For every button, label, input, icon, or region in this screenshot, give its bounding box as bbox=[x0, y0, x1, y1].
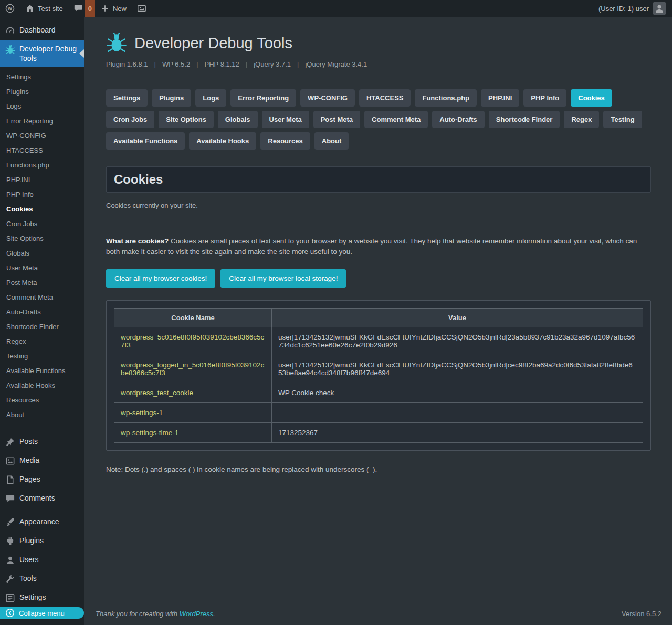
sidebar-item-developer-debug-tools[interactable]: Developer Debug Tools bbox=[0, 40, 84, 67]
sidebar-item-users[interactable]: Users bbox=[0, 550, 84, 569]
site-name-link[interactable]: Test site bbox=[20, 0, 68, 17]
tab-comment-meta[interactable]: Comment Meta bbox=[364, 111, 428, 128]
home-icon bbox=[25, 4, 35, 13]
sidebar-subitem-about[interactable]: About bbox=[0, 408, 84, 422]
sidebar-item-dashboard[interactable]: Dashboard bbox=[0, 21, 84, 40]
sidebar-item-plugins[interactable]: Plugins bbox=[0, 532, 84, 550]
sidebar-subitem-cron-jobs[interactable]: Cron Jobs bbox=[0, 217, 84, 231]
meta-separator: | bbox=[154, 60, 156, 68]
tab-cron-jobs[interactable]: Cron Jobs bbox=[106, 111, 154, 128]
wordpress-link[interactable]: WordPress bbox=[180, 610, 213, 618]
tab-logs[interactable]: Logs bbox=[195, 89, 226, 107]
sidebar-subitem-logs[interactable]: Logs bbox=[0, 99, 84, 114]
sidebar-subitem-htaccess[interactable]: HTACCESS bbox=[0, 143, 84, 158]
sidebar-subitem-regex[interactable]: Regex bbox=[0, 334, 84, 349]
page-header: Developer Debug Tools bbox=[106, 33, 651, 54]
sidebar-item-tools[interactable]: Tools bbox=[0, 569, 84, 588]
sidebar-content-menu: PostsMediaPagesComments bbox=[0, 432, 84, 508]
users-icon bbox=[5, 555, 15, 565]
tab-regex[interactable]: Regex bbox=[564, 111, 599, 128]
cookie-name-cell: wp-settings-1 bbox=[114, 403, 272, 423]
sidebar-subitem-comment-meta[interactable]: Comment Meta bbox=[0, 290, 84, 305]
avatar bbox=[653, 2, 666, 15]
sidebar-subitem-functions-php[interactable]: Functions.php bbox=[0, 158, 84, 173]
sidebar-subitem-wp-config[interactable]: WP-CONFIG bbox=[0, 129, 84, 143]
sidebar-item-label: Comments bbox=[19, 493, 55, 503]
sidebar-subitem-globals[interactable]: Globals bbox=[0, 246, 84, 261]
sidebar-subitem-plugins[interactable]: Plugins bbox=[0, 84, 84, 99]
section-heading-box: Cookies bbox=[106, 166, 651, 193]
sidebar-item-pages[interactable]: Pages bbox=[0, 470, 84, 489]
cookies-table-head: Cookie NameValue bbox=[114, 309, 643, 327]
sidebar-subitem-testing[interactable]: Testing bbox=[0, 349, 84, 364]
sidebar-subitem-available-functions[interactable]: Available Functions bbox=[0, 364, 84, 378]
table-header-row: Cookie NameValue bbox=[114, 309, 643, 327]
page-wrap: Developer Debug Tools Plugin 1.6.8.1|WP … bbox=[84, 17, 672, 603]
sidebar-subitem-post-meta[interactable]: Post Meta bbox=[0, 276, 84, 290]
sidebar-subitem-user-meta[interactable]: User Meta bbox=[0, 261, 84, 276]
tab-cookies[interactable]: Cookies bbox=[571, 89, 612, 107]
tab-php-info[interactable]: PHP Info bbox=[523, 89, 566, 107]
tab-post-meta[interactable]: Post Meta bbox=[313, 111, 360, 128]
tab-error-reporting[interactable]: Error Reporting bbox=[230, 89, 296, 107]
section-subtitle: Cookies currently on your site. bbox=[106, 202, 651, 209]
tab-available-hooks[interactable]: Available Hooks bbox=[189, 132, 256, 150]
new-button[interactable]: New bbox=[95, 0, 132, 17]
tab-wp-config[interactable]: WP-CONFIG bbox=[300, 89, 355, 107]
table-row: wp-settings-time-11713252367 bbox=[114, 423, 643, 443]
cookies-description: What are cookies? Cookies are small piec… bbox=[106, 236, 651, 257]
tab-htaccess[interactable]: HTACCESS bbox=[359, 89, 411, 107]
tab-site-options[interactable]: Site Options bbox=[159, 111, 214, 128]
comments-link[interactable] bbox=[68, 0, 85, 17]
comments-count-badge[interactable]: 0 bbox=[85, 0, 95, 17]
table-row: wordpress_5c016e8f0f95f039102cbe8366c5c7… bbox=[114, 327, 643, 355]
sidebar-admin-menu: AppearancePluginsUsersToolsSettings bbox=[0, 513, 84, 607]
cookie-name-cell: wordpress_test_cookie bbox=[114, 383, 272, 403]
table-row: wordpress_test_cookieWP Cookie check bbox=[114, 383, 643, 403]
sidebar-subitem-php-ini[interactable]: PHP.INI bbox=[0, 173, 84, 187]
button-clear-all-my-browser-local-storage[interactable]: Clear all my browser local storage! bbox=[220, 269, 346, 288]
tab-user-meta[interactable]: User Meta bbox=[262, 111, 309, 128]
sidebar-item-appearance[interactable]: Appearance bbox=[0, 513, 84, 532]
collapse-menu-button[interactable]: Collapse menu bbox=[0, 607, 84, 619]
user-account-link[interactable]: (User ID: 1) user bbox=[593, 0, 672, 17]
cookie-value-cell: 1713252367 bbox=[272, 423, 643, 443]
tab-globals[interactable]: Globals bbox=[218, 111, 258, 128]
sidebar-subitem-cookies[interactable]: Cookies bbox=[0, 202, 84, 217]
wordpress-logo-icon: W bbox=[5, 4, 15, 13]
cookie-name-cell: wp-settings-time-1 bbox=[114, 423, 272, 443]
section-heading: Cookies bbox=[114, 172, 643, 187]
tab-php-ini[interactable]: PHP.INI bbox=[481, 89, 519, 107]
wp-logo-button[interactable]: W bbox=[0, 0, 20, 17]
tab-plugins[interactable]: Plugins bbox=[152, 89, 191, 107]
sidebar-subitem-shortcode-finder[interactable]: Shortcode Finder bbox=[0, 320, 84, 334]
tab-shortcode-finder[interactable]: Shortcode Finder bbox=[489, 111, 560, 128]
cookie-value-cell: user|1713425132|wmuSFKkGFdEscCFtUfYntZID… bbox=[272, 355, 643, 383]
tab-about[interactable]: About bbox=[314, 132, 349, 150]
screenshot-shortcut-button[interactable] bbox=[132, 0, 152, 17]
sidebar-item-settings[interactable]: Settings bbox=[0, 588, 84, 607]
sidebar-item-comments[interactable]: Comments bbox=[0, 489, 84, 508]
sidebar-subitem-site-options[interactable]: Site Options bbox=[0, 231, 84, 246]
tab-auto-drafts[interactable]: Auto-Drafts bbox=[432, 111, 485, 128]
posts-icon bbox=[5, 437, 15, 447]
sidebar-subitem-settings[interactable]: Settings bbox=[0, 70, 84, 84]
tab-resources[interactable]: Resources bbox=[260, 132, 310, 150]
sidebar-item-media[interactable]: Media bbox=[0, 451, 84, 470]
sidebar-subitem-resources[interactable]: Resources bbox=[0, 393, 84, 408]
tab-available-functions[interactable]: Available Functions bbox=[106, 132, 185, 150]
cookies-description-lead: What are cookies? bbox=[106, 237, 169, 245]
sidebar-subitem-php-info[interactable]: PHP Info bbox=[0, 187, 84, 202]
button-clear-all-my-browser-cookies[interactable]: Clear all my browser cookies! bbox=[106, 269, 215, 288]
sidebar-item-posts[interactable]: Posts bbox=[0, 432, 84, 451]
meta-separator: | bbox=[297, 60, 299, 68]
sidebar-subitem-auto-drafts[interactable]: Auto-Drafts bbox=[0, 305, 84, 320]
tab-testing[interactable]: Testing bbox=[603, 111, 642, 128]
bug-icon bbox=[5, 45, 15, 55]
tab-functions-php[interactable]: Functions.php bbox=[415, 89, 477, 107]
version-info: PHP 8.1.12 bbox=[205, 60, 239, 68]
cookies-description-text: Cookies are small pieces of text sent to… bbox=[106, 237, 637, 256]
sidebar-subitem-error-reporting[interactable]: Error Reporting bbox=[0, 114, 84, 129]
sidebar-subitem-available-hooks[interactable]: Available Hooks bbox=[0, 378, 84, 393]
tab-settings[interactable]: Settings bbox=[106, 89, 148, 107]
